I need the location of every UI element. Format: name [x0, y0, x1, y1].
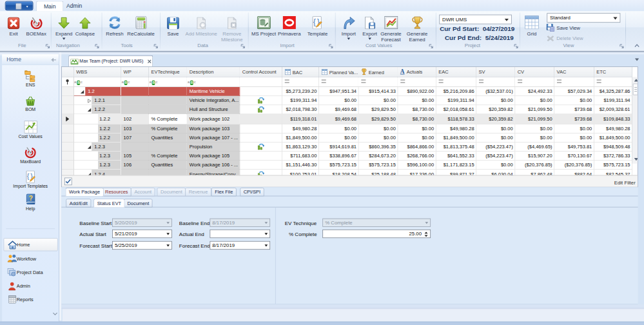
- svg-text:{: {: [313, 17, 316, 26]
- svg-text:?: ?: [28, 195, 32, 202]
- svg-text:{: {: [27, 172, 30, 180]
